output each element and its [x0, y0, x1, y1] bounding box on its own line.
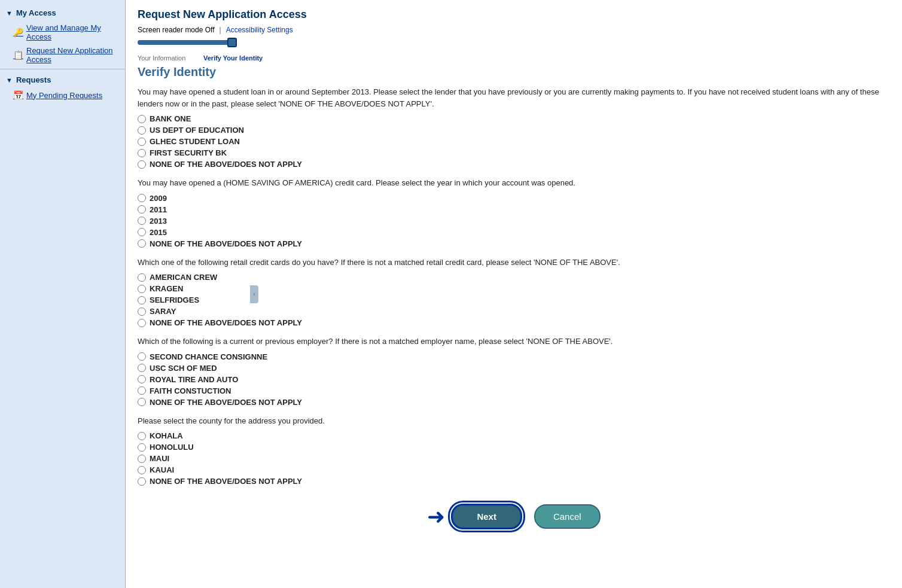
progress-fill — [138, 40, 233, 45]
q3-option-1[interactable]: AMERICAN CREW — [138, 273, 890, 282]
sidebar-divider — [0, 69, 125, 69]
q3-radio-3[interactable] — [138, 296, 146, 304]
progress-step1-label: Your Information — [138, 54, 197, 62]
q1-radio-1[interactable] — [138, 115, 146, 123]
page-title: Request New Application Access — [138, 8, 890, 21]
question-4-text: Which of the following is a current or p… — [138, 336, 890, 348]
collapse-arrow-my-access: ▼ — [6, 10, 13, 17]
q5-radio-2[interactable] — [138, 443, 146, 452]
q4-radio-1[interactable] — [138, 352, 146, 361]
request-new-icon: 📋 — [13, 50, 23, 60]
question-5-options: KOHALA HONOLULU MAUI KAUAI NONE OF THE A… — [138, 431, 890, 486]
question-1-text: You may have opened a student loan in or… — [138, 86, 890, 109]
q2-radio-3[interactable] — [138, 217, 146, 225]
q5-radio-5[interactable] — [138, 477, 146, 486]
q1-option-4[interactable]: FIRST SECURITY BK — [138, 148, 890, 157]
q2-option-1[interactable]: 2009 — [138, 194, 890, 203]
q4-option-1[interactable]: SECOND CHANCE CONSIGNNE — [138, 352, 890, 361]
q4-option-4[interactable]: FAITH CONSTUCTION — [138, 386, 890, 395]
q3-option-5[interactable]: NONE OF THE ABOVE/DOES NOT APPLY — [138, 318, 890, 327]
question-5-text: Please select the county for the address… — [138, 415, 890, 427]
sidebar-my-access-label: My Access — [16, 8, 56, 17]
question-2-text: You may have opened a (HOME SAVING OF AM… — [138, 177, 890, 189]
progress-step2-label: Verify Your Identity — [203, 54, 263, 62]
sidebar-item-request-new[interactable]: 📋 Request New Application Access — [0, 44, 125, 66]
toolbar-divider: | — [220, 26, 221, 34]
progress-labels: Your Information Verify Your Identity — [138, 54, 890, 62]
q2-radio-4[interactable] — [138, 228, 146, 236]
q4-option-2[interactable]: USC SCH OF MED — [138, 364, 890, 373]
q1-radio-2[interactable] — [138, 126, 146, 135]
q3-radio-4[interactable] — [138, 307, 146, 316]
q5-option-5[interactable]: NONE OF THE ABOVE/DOES NOT APPLY — [138, 477, 890, 486]
question-2-options: 2009 2011 2013 2015 NONE OF THE ABOVE/DO… — [138, 194, 890, 248]
q4-radio-5[interactable] — [138, 398, 146, 406]
next-button[interactable]: Next — [451, 504, 522, 529]
collapse-arrow-requests: ▼ — [6, 77, 13, 84]
question-1-options: BANK ONE US DEPT OF EDUCATION GLHEC STUD… — [138, 114, 890, 169]
q3-radio-1[interactable] — [138, 273, 146, 282]
sidebar-view-manage-label: View and Manage My Access — [26, 23, 119, 41]
q3-radio-5[interactable] — [138, 319, 146, 327]
q1-option-1[interactable]: BANK ONE — [138, 114, 890, 123]
q1-option-2[interactable]: US DEPT OF EDUCATION — [138, 126, 890, 135]
q5-option-3[interactable]: MAUI — [138, 454, 890, 463]
sidebar-request-new-label: Request New Application Access — [26, 46, 119, 64]
q2-option-3[interactable]: 2013 — [138, 217, 890, 226]
sidebar-my-pending-label: My Pending Requests — [26, 91, 102, 100]
question-3-text: Which one of the following retail credit… — [138, 257, 890, 269]
q1-radio-5[interactable] — [138, 160, 146, 169]
q5-radio-3[interactable] — [138, 455, 146, 463]
q5-option-2[interactable]: HONOLULU — [138, 443, 890, 452]
q4-radio-4[interactable] — [138, 386, 146, 395]
q1-option-3[interactable]: GLHEC STUDENT LOAN — [138, 137, 890, 146]
q2-radio-2[interactable] — [138, 205, 146, 214]
q1-option-5[interactable]: NONE OF THE ABOVE/DOES NOT APPLY — [138, 160, 890, 169]
q5-radio-1[interactable] — [138, 432, 146, 440]
toolbar-row: Screen reader mode Off | Accessibility S… — [138, 26, 890, 34]
q1-radio-4[interactable] — [138, 149, 146, 157]
sidebar-item-view-manage[interactable]: 🔑 View and Manage My Access — [0, 21, 125, 44]
cancel-button[interactable]: Cancel — [534, 504, 601, 529]
q1-radio-3[interactable] — [138, 138, 146, 146]
section-title: Verify Identity — [138, 65, 890, 79]
q2-option-4[interactable]: 2015 — [138, 228, 890, 237]
next-arrow-icon: ➜ — [427, 504, 445, 529]
q5-radio-4[interactable] — [138, 466, 146, 474]
main-content: ‹ Request New Application Access Screen … — [126, 0, 902, 588]
q4-option-5[interactable]: NONE OF THE ABOVE/DOES NOT APPLY — [138, 398, 890, 407]
sidebar-collapse-handle[interactable]: ‹ — [250, 285, 258, 303]
q5-option-1[interactable]: KOHALA — [138, 431, 890, 440]
q3-option-4[interactable]: SARAY — [138, 307, 890, 316]
screen-reader-label: Screen reader mode Off — [138, 26, 215, 34]
sidebar-section-my-access[interactable]: ▼ My Access — [0, 5, 125, 21]
q4-radio-2[interactable] — [138, 364, 146, 372]
buttons-area: ➜ Next Cancel — [138, 498, 890, 541]
q2-option-5[interactable]: NONE OF THE ABOVE/DOES NOT APPLY — [138, 239, 890, 248]
q5-option-4[interactable]: KAUAI — [138, 465, 890, 474]
q2-radio-1[interactable] — [138, 194, 146, 202]
pending-requests-icon: 📅 — [13, 90, 23, 100]
progress-thumb — [227, 38, 237, 47]
progress-bar-area — [138, 40, 890, 45]
sidebar-item-my-pending[interactable]: 📅 My Pending Requests — [0, 88, 125, 102]
view-manage-icon: 🔑 — [13, 28, 23, 37]
progress-track — [138, 40, 233, 45]
sidebar-section-requests[interactable]: ▼ Requests — [0, 72, 125, 88]
sidebar-requests-label: Requests — [16, 75, 51, 84]
q4-radio-3[interactable] — [138, 375, 146, 383]
sidebar: ▼ My Access 🔑 View and Manage My Access … — [0, 0, 126, 588]
accessibility-settings-link[interactable]: Accessibility Settings — [226, 26, 293, 34]
q2-option-2[interactable]: 2011 — [138, 205, 890, 214]
q3-radio-2[interactable] — [138, 285, 146, 293]
question-4-options: SECOND CHANCE CONSIGNNE USC SCH OF MED R… — [138, 352, 890, 407]
q2-radio-5[interactable] — [138, 239, 146, 248]
q4-option-3[interactable]: ROYAL TIRE AND AUTO — [138, 375, 890, 384]
